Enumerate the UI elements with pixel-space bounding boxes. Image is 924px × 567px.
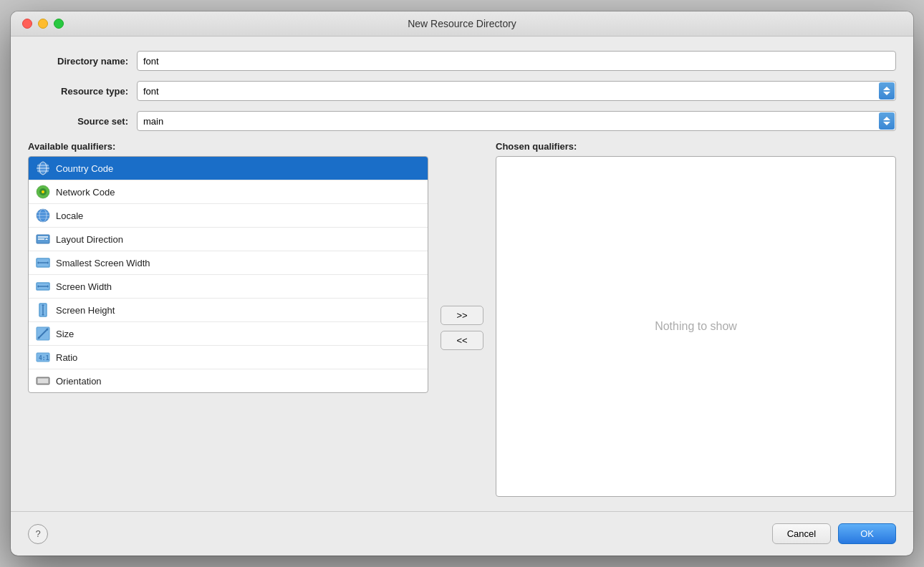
smallest-screen-width-icon: [36, 256, 50, 270]
source-set-row: Source set: main androidTest test: [28, 111, 896, 131]
ok-button[interactable]: OK: [838, 523, 896, 544]
add-qualifier-button[interactable]: >>: [441, 306, 483, 325]
qualifier-item-screen-height[interactable]: Screen Height: [29, 299, 428, 322]
qualifier-item-ratio[interactable]: 4:1 Ratio: [29, 346, 428, 369]
directory-name-input[interactable]: [137, 51, 896, 71]
qualifier-label-layout-direction: Layout Direction: [56, 234, 123, 245]
qualifier-item-orientation[interactable]: Orientation: [29, 369, 428, 392]
svg-text:4:1: 4:1: [39, 355, 49, 362]
dialog-footer: ? Cancel OK: [11, 511, 913, 556]
layout-direction-icon: [36, 232, 50, 246]
directory-name-row: Directory name:: [28, 51, 896, 71]
svg-point-7: [42, 190, 44, 193]
resource-type-wrapper: font layout drawable values menu raw xml…: [137, 81, 896, 101]
qualifier-label-locale: Locale: [56, 210, 83, 221]
cancel-button[interactable]: Cancel: [772, 523, 831, 544]
orientation-icon: [36, 374, 50, 388]
qualifier-item-screen-width[interactable]: Screen Width: [29, 275, 428, 299]
qualifier-item-smallest-screen-width[interactable]: Smallest Screen Width: [29, 251, 428, 275]
qualifier-item-layout-direction[interactable]: Layout Direction: [29, 228, 428, 251]
qualifier-item-size[interactable]: Size: [29, 322, 428, 346]
qualifier-list: Country Code Network Code: [28, 156, 428, 393]
qualifier-label-screen-width: Screen Width: [56, 281, 112, 292]
screen-width-icon: [36, 279, 50, 294]
qualifier-label-size: Size: [56, 329, 74, 339]
source-set-select[interactable]: main androidTest test: [137, 111, 896, 131]
chosen-qualifiers-label: Chosen qualifiers:: [496, 141, 896, 152]
qualifier-label-orientation: Orientation: [56, 376, 102, 387]
available-qualifiers-panel: Available qualifiers:: [28, 141, 428, 497]
footer-actions: Cancel OK: [772, 523, 896, 544]
qualifier-item-country-code[interactable]: Country Code: [29, 157, 428, 180]
country-code-icon: [36, 161, 50, 175]
maximize-button[interactable]: [54, 19, 64, 29]
available-qualifiers-label: Available qualifiers:: [28, 141, 428, 152]
traffic-lights: [22, 19, 64, 29]
dialog-title: New Resource Directory: [408, 18, 516, 29]
qualifier-label-country-code: Country Code: [56, 163, 113, 174]
directory-name-label: Directory name:: [28, 56, 128, 67]
qualifier-label-smallest-screen-width: Smallest Screen Width: [56, 258, 150, 268]
dialog-content: Directory name: Resource type: font layo…: [11, 37, 913, 511]
resource-type-label: Resource type:: [28, 86, 128, 97]
dialog-window: New Resource Directory Directory name: R…: [11, 11, 913, 556]
qualifier-item-locale[interactable]: Locale: [29, 204, 428, 228]
qualifier-item-network-code[interactable]: Network Code: [29, 180, 428, 204]
help-button[interactable]: ?: [28, 524, 48, 544]
transfer-buttons: >> <<: [437, 141, 487, 497]
screen-height-icon: [36, 303, 50, 317]
size-icon: [36, 326, 50, 341]
qualifier-label-network-code: Network Code: [56, 187, 115, 198]
qualifiers-section: Available qualifiers:: [28, 141, 896, 497]
network-code-icon: [36, 185, 50, 199]
source-set-label: Source set:: [28, 116, 128, 127]
ratio-icon: 4:1: [36, 350, 50, 364]
close-button[interactable]: [22, 19, 32, 29]
qualifier-label-screen-height: Screen Height: [56, 305, 115, 316]
resource-type-select[interactable]: font layout drawable values menu raw xml…: [137, 81, 896, 101]
locale-icon: [36, 208, 50, 223]
chosen-qualifiers-list: Nothing to show: [496, 156, 896, 497]
resource-type-row: Resource type: font layout drawable valu…: [28, 81, 896, 101]
chosen-qualifiers-panel: Chosen qualifiers: Nothing to show: [496, 141, 896, 497]
remove-qualifier-button[interactable]: <<: [441, 331, 483, 350]
svg-rect-37: [38, 379, 48, 383]
nothing-to-show-text: Nothing to show: [655, 320, 737, 333]
source-set-wrapper: main androidTest test: [137, 111, 896, 131]
qualifier-label-ratio: Ratio: [56, 352, 77, 363]
minimize-button[interactable]: [38, 19, 48, 29]
title-bar: New Resource Directory: [11, 11, 913, 37]
